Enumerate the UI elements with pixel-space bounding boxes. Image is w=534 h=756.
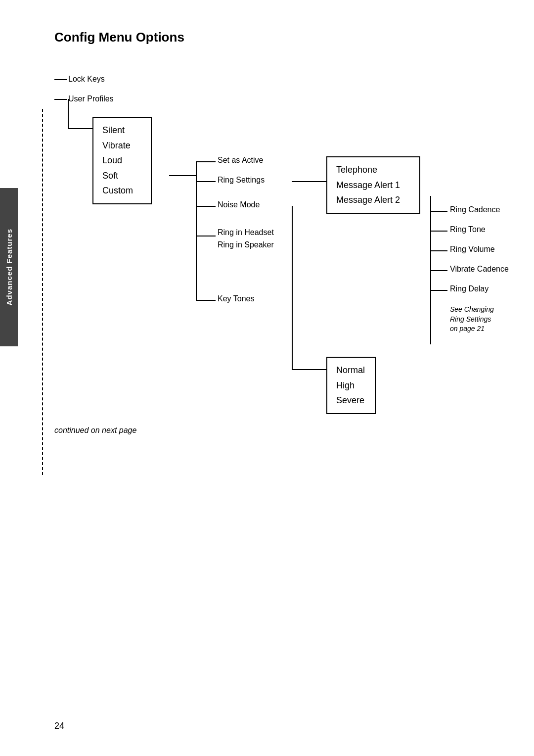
ring-in-speaker-label: Ring in Speaker [218, 240, 274, 249]
user-profiles-line [54, 99, 67, 100]
hline-ring-settings-to-box2 [292, 181, 326, 182]
hline-to-box1 [68, 128, 92, 129]
hline-ring-cadence [430, 211, 447, 212]
hline-ring-settings [196, 181, 216, 182]
hline-ring-headset [196, 236, 216, 236]
key-tones-label: Key Tones [218, 294, 254, 303]
hline-box1-to-mid [169, 175, 196, 176]
set-as-active-label: Set as Active [218, 156, 264, 165]
lock-keys-line [54, 79, 67, 80]
severity-box: Normal High Severe [326, 357, 376, 414]
diagram: Lock Keys User Profiles Silent Vibrate L… [54, 70, 499, 515]
dashed-line [42, 109, 43, 475]
telephone-box: Telephone Message Alert 1 Message Alert … [326, 156, 420, 214]
hline-to-box3 [292, 369, 326, 370]
severe-item: Severe [336, 393, 366, 408]
high-item: High [336, 378, 366, 393]
ring-volume-label: Ring Volume [450, 245, 495, 254]
vibrate-cadence-label: Vibrate Cadence [450, 265, 509, 274]
sidebar-tab: Advanced Features [0, 188, 18, 346]
ring-tone-label: Ring Tone [450, 225, 486, 234]
lock-keys-label: Lock Keys [68, 75, 105, 84]
hline-set-active [196, 161, 216, 162]
profile-soft: Soft [102, 168, 142, 184]
page-title: Config Menu Options [54, 30, 504, 45]
page-number: 24 [54, 721, 64, 731]
hline-ring-volume [430, 250, 447, 251]
ring-settings-label: Ring Settings [218, 176, 265, 185]
profile-vibrate: Vibrate [102, 138, 142, 153]
see-note: See Changing Ring Settings on page 21 [450, 305, 499, 334]
hline-vibrate-cadence [430, 270, 447, 271]
ring-delay-label: Ring Delay [450, 284, 489, 293]
profile-silent: Silent [102, 123, 142, 138]
sidebar-label: Advanced Features [5, 229, 13, 305]
continued-text: continued on next page [54, 426, 504, 435]
hline-noise-mode [196, 206, 216, 207]
user-profiles-label: User Profiles [68, 94, 114, 103]
profile-loud: Loud [102, 153, 142, 168]
msg-alert-1-item: Message Alert 1 [336, 178, 410, 193]
main-content: Config Menu Options Lock Keys User Profi… [0, 0, 534, 524]
noise-mode-label: Noise Mode [218, 200, 260, 209]
vline-mid [196, 161, 197, 300]
profile-custom: Custom [102, 183, 142, 198]
normal-item: Normal [336, 363, 366, 378]
ring-cadence-label: Ring Cadence [450, 205, 500, 214]
page-container: Advanced Features Config Menu Options Lo… [0, 0, 534, 756]
msg-alert-2-item: Message Alert 2 [336, 192, 410, 208]
telephone-item: Telephone [336, 162, 410, 178]
hline-ring-tone [430, 231, 447, 232]
vline-noise-to-box3 [292, 206, 293, 369]
ring-in-headset-label: Ring in Headset [218, 228, 274, 237]
vline-to-box1 [68, 99, 69, 129]
hline-key-tones [196, 300, 216, 301]
hline-ring-delay [430, 290, 447, 291]
profiles-box: Silent Vibrate Loud Soft Custom [92, 117, 152, 204]
